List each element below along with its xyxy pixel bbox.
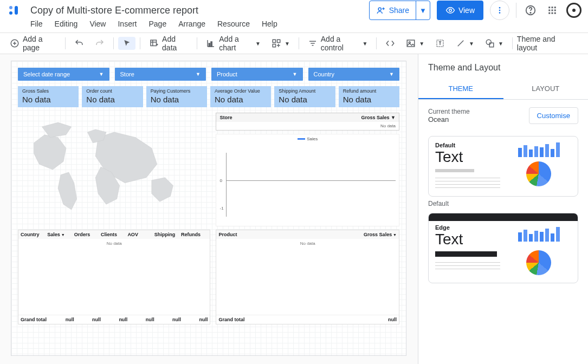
apps-grid-icon[interactable] bbox=[545, 3, 560, 18]
menu-page[interactable]: Page bbox=[148, 20, 166, 28]
placeholder-bar bbox=[435, 169, 474, 172]
svg-rect-17 bbox=[554, 10, 556, 11]
svg-point-9 bbox=[499, 12, 501, 14]
chevron-down-icon: ▼ bbox=[196, 72, 201, 77]
country-table[interactable]: Country Sales Orders Clients AOV Shippin… bbox=[18, 230, 210, 324]
redo-button[interactable] bbox=[91, 36, 109, 50]
customise-button[interactable]: Customise bbox=[529, 107, 578, 124]
add-control-button[interactable]: Add a control ▼ bbox=[303, 32, 372, 54]
separator bbox=[512, 37, 513, 49]
chevron-down-icon: ▼ bbox=[389, 72, 394, 77]
filter-label: Country bbox=[314, 71, 335, 77]
chevron-down-icon: ▼ bbox=[419, 41, 424, 47]
tab-theme[interactable]: THEME bbox=[418, 79, 503, 99]
app-logo-icon[interactable] bbox=[7, 3, 22, 18]
more-options-button[interactable] bbox=[490, 1, 509, 20]
add-control-label: Add a control bbox=[321, 35, 359, 52]
col-header[interactable]: Country bbox=[21, 232, 47, 237]
add-page-button[interactable]: Add a page bbox=[5, 32, 61, 54]
col-header-sort[interactable]: Gross Sales ▼ bbox=[361, 115, 396, 120]
scorecard-shipping[interactable]: Shipping AmountNo data bbox=[274, 86, 335, 107]
theme-card-edge[interactable]: Edge Text bbox=[428, 213, 578, 283]
col-header[interactable]: Product bbox=[218, 232, 307, 237]
menu-arrange[interactable]: Arrange bbox=[178, 20, 205, 28]
theme-card-default[interactable]: Default Text bbox=[428, 136, 578, 197]
share-dropdown-icon[interactable]: ▼ bbox=[416, 1, 430, 20]
menu-insert[interactable]: Insert bbox=[118, 20, 137, 28]
col-header[interactable]: Sales bbox=[47, 232, 74, 237]
chevron-down-icon: ▼ bbox=[293, 72, 298, 77]
footer-cell: Grand total bbox=[21, 317, 47, 322]
col-header[interactable]: Orders bbox=[74, 232, 101, 237]
store-table[interactable]: StoreGross Sales ▼ No data bbox=[216, 113, 399, 131]
url-embed-button[interactable] bbox=[381, 36, 399, 50]
add-page-label: Add a page bbox=[23, 35, 56, 52]
filter-product[interactable]: Product▼ bbox=[211, 68, 303, 81]
text-button[interactable] bbox=[431, 36, 449, 50]
menu-view[interactable]: View bbox=[89, 20, 106, 28]
footer-cell: null bbox=[74, 317, 101, 322]
scorecard-order-count[interactable]: Order countNo data bbox=[82, 86, 143, 107]
product-table[interactable]: Product Gross Sales No data Grand total … bbox=[216, 230, 399, 324]
geo-map-chart[interactable] bbox=[18, 113, 210, 226]
svg-point-3 bbox=[378, 8, 381, 10]
menu-editing[interactable]: Editing bbox=[55, 20, 78, 28]
scorecard-gross-sales[interactable]: Gross SalesNo data bbox=[18, 86, 79, 107]
help-icon[interactable] bbox=[523, 3, 538, 18]
svg-rect-2 bbox=[15, 6, 18, 15]
blocks-icon bbox=[272, 38, 281, 48]
shape-button[interactable]: ▼ bbox=[481, 36, 508, 50]
account-avatar-icon[interactable] bbox=[566, 3, 581, 18]
image-button[interactable]: ▼ bbox=[402, 36, 429, 50]
col-header[interactable]: AOV bbox=[127, 232, 154, 237]
edge-top-bar bbox=[429, 213, 578, 221]
theme-layout-button[interactable]: Theme and layout bbox=[517, 35, 583, 52]
community-viz-button[interactable]: ▼ bbox=[267, 36, 294, 50]
scorecard-label: Paying Customers bbox=[151, 88, 203, 94]
tab-layout[interactable]: LAYOUT bbox=[503, 79, 589, 99]
add-chart-button[interactable]: Add a chart ▼ bbox=[202, 32, 265, 54]
sales-line-chart[interactable]: Sales 0 -1 bbox=[216, 134, 399, 226]
svg-line-44 bbox=[458, 41, 464, 47]
scorecard-refund[interactable]: Refund amountNo data bbox=[339, 86, 399, 107]
theme-sample-text: Text bbox=[435, 231, 500, 248]
scorecard-label: Refund amount bbox=[343, 88, 395, 94]
plus-circle-icon bbox=[10, 38, 20, 48]
col-header[interactable]: Clients bbox=[101, 232, 127, 237]
add-chart-label: Add a chart bbox=[219, 35, 252, 52]
share-button[interactable]: Share bbox=[370, 1, 416, 20]
separator bbox=[376, 37, 377, 49]
placeholder-lines bbox=[435, 262, 500, 269]
mini-bar-chart-icon bbox=[518, 226, 560, 242]
cursor-icon bbox=[122, 39, 131, 48]
svg-rect-46 bbox=[489, 43, 494, 47]
document-title[interactable]: Copy of Multi-store E-commerce report bbox=[30, 5, 198, 16]
undo-button[interactable] bbox=[70, 36, 88, 50]
filter-date-range[interactable]: Select date range▼ bbox=[18, 68, 109, 81]
view-button[interactable]: View bbox=[437, 1, 483, 20]
scorecard-aov[interactable]: Average Order ValueNo data bbox=[210, 86, 271, 107]
col-header[interactable]: Gross Sales bbox=[308, 232, 397, 237]
chevron-down-icon: ▼ bbox=[498, 41, 503, 47]
filter-store[interactable]: Store▼ bbox=[115, 68, 206, 81]
col-header[interactable]: Shipping bbox=[154, 232, 181, 237]
add-data-button[interactable]: Add data bbox=[145, 32, 192, 54]
canvas-viewport[interactable]: Select date range▼ Store▼ Product▼ Count… bbox=[0, 54, 418, 364]
report-canvas[interactable]: Select date range▼ Store▼ Product▼ Count… bbox=[11, 61, 406, 356]
menu-help[interactable]: Help bbox=[262, 20, 277, 28]
filter-country[interactable]: Country▼ bbox=[308, 68, 400, 81]
x-axis bbox=[226, 180, 396, 181]
scorecard-value: No data bbox=[215, 95, 267, 104]
line-button[interactable]: ▼ bbox=[451, 36, 479, 50]
menu-resource[interactable]: Resource bbox=[217, 20, 250, 28]
panel-tabs: THEME LAYOUT bbox=[418, 79, 588, 100]
separator bbox=[65, 37, 66, 49]
scorecard-paying-customers[interactable]: Paying CustomersNo data bbox=[146, 86, 207, 107]
theme-gallery[interactable]: Default Text bbox=[418, 132, 588, 364]
image-icon bbox=[406, 38, 416, 48]
theme-name: Edge bbox=[435, 224, 500, 231]
menu-file[interactable]: File bbox=[30, 20, 43, 28]
theme-name: Default bbox=[435, 142, 500, 148]
select-tool-button[interactable] bbox=[118, 37, 135, 50]
col-header[interactable]: Refunds bbox=[181, 232, 208, 237]
